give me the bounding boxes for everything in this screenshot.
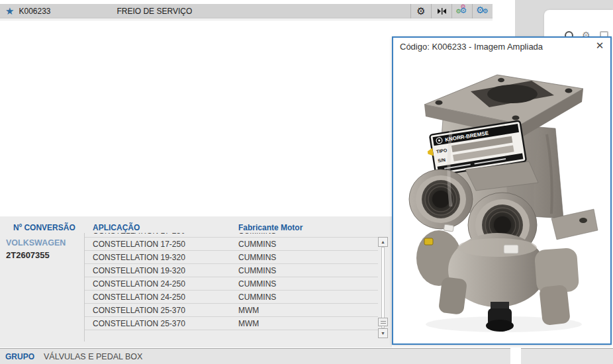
scroll-up-button[interactable]: ▲ [378,237,388,247]
part-code: K006233 [19,7,117,16]
table-row[interactable]: CONSTELLATION 19-320 CUMMINS [85,251,378,264]
aplicacao-cell: CONSTELLATION 19-320 [93,266,238,275]
group-bar: GRUPO VÁLVULAS E PEDAL BOX [0,348,613,364]
gear-button[interactable]: ⚙ [410,4,431,19]
conversion-brand-link[interactable]: VOLKSWAGEN [6,238,66,248]
favorite-star-icon[interactable]: ★ [0,4,19,19]
fabricante-cell: CUMMINS [238,233,378,236]
table-row[interactable]: CONSTELLATION 17-250 CUMMINS [85,238,378,251]
aplicacao-cell: CONSTELLATION 17-250 [93,240,238,249]
table-row[interactable]: CONSTELLATION 19-320 CUMMINS [85,264,378,277]
table-row[interactable]: CONSTELLATION 17-250 CUMMINS [85,233,378,238]
close-icon[interactable]: ✕ [594,40,606,52]
fabricante-cell: MWM [238,306,378,315]
colored-gears-button[interactable]: ⚙⚙⚙ [451,4,472,19]
table-row[interactable]: CONSTELLATION 25-370 MWM [85,304,378,317]
part-title: FREIO DE SERVIÇO [117,7,410,16]
table-scrollbar: ▲ ▼ [378,237,388,338]
header-fabricante: Fabricante Motor [238,223,303,232]
scrollbar-track[interactable] [381,247,385,328]
header-aplicacao: APLICAÇÃO [93,223,140,232]
modal-title: Código: K006233 - Imagem Ampliada [400,42,543,52]
applications-panel: Nº CONVERSÃO APLICAÇÃO Fabricante Motor … [0,216,392,347]
aplicacao-cell: CONSTELLATION 25-370 [93,306,238,315]
fabricante-cell: CUMMINS [238,253,378,262]
fabricante-cell: MWM [238,319,378,328]
toolbar-actions: ⚙ ⚙⚙⚙ ⚙⚙ [410,4,493,19]
applications-list: CONSTELLATION 17-250 CUMMINS CONSTELLATI… [85,233,378,330]
fabricante-cell: CUMMINS [238,266,378,275]
gear-icon: ⚙ [416,6,425,16]
aplicacao-cell: CONSTELLATION 25-370 [93,319,238,328]
product-image: KNORR-BREMSE TIPO S/N [404,58,599,336]
panel-gap [510,345,521,364]
aplicacao-cell: CONSTELLATION 24-250 [93,293,238,302]
aplicacao-cell: CONSTELLATION 24-250 [93,279,238,289]
table-row[interactable]: CONSTELLATION 25-370 MWM [85,317,378,330]
toolbar-shadow [0,19,493,21]
aplicacao-cell: CONSTELLATION 17-250 [93,233,238,236]
image-modal: Código: K006233 - Imagem Ampliada ✕ [392,36,612,345]
table-row[interactable]: CONSTELLATION 24-250 CUMMINS [85,291,378,304]
applications-scroll-area: CONSTELLATION 17-250 CUMMINS CONSTELLATI… [85,233,378,341]
aplicacao-cell: CONSTELLATION 19-320 [93,253,238,262]
app-screen: ★ K006233 FREIO DE SERVIÇO ⚙ ⚙⚙⚙ [0,0,613,364]
scroll-down-button[interactable]: ▼ [378,328,388,338]
blue-gears-button[interactable]: ⚙⚙ [472,4,493,19]
blue-gears-icon: ⚙⚙ [477,6,489,17]
table-row[interactable]: CONSTELLATION 24-250 CUMMINS [85,277,378,291]
fabricante-cell: CUMMINS [238,293,378,302]
valve-button[interactable] [431,4,451,19]
fabricante-cell: CUMMINS [238,279,378,289]
scrollbar-thumb[interactable] [378,318,388,326]
fabricante-cell: CUMMINS [238,240,378,249]
group-value: VÁLVULAS E PEDAL BOX [34,352,142,361]
conversion-number: 2T2607355 [6,250,50,260]
modal-bottom-strip [392,345,613,348]
valve-icon [437,7,447,16]
header-conversao: Nº CONVERSÃO [13,223,75,232]
toolbar: ★ K006233 FREIO DE SERVIÇO ⚙ ⚙⚙⚙ [0,4,493,19]
colored-gears-icon: ⚙⚙⚙ [457,6,468,17]
floating-card: ⚙ [544,10,613,38]
group-label: GRUPO [0,352,34,361]
